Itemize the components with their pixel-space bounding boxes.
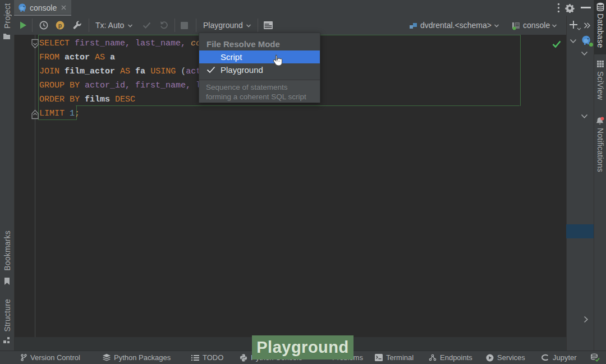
svg-text:p: p: [58, 22, 62, 29]
